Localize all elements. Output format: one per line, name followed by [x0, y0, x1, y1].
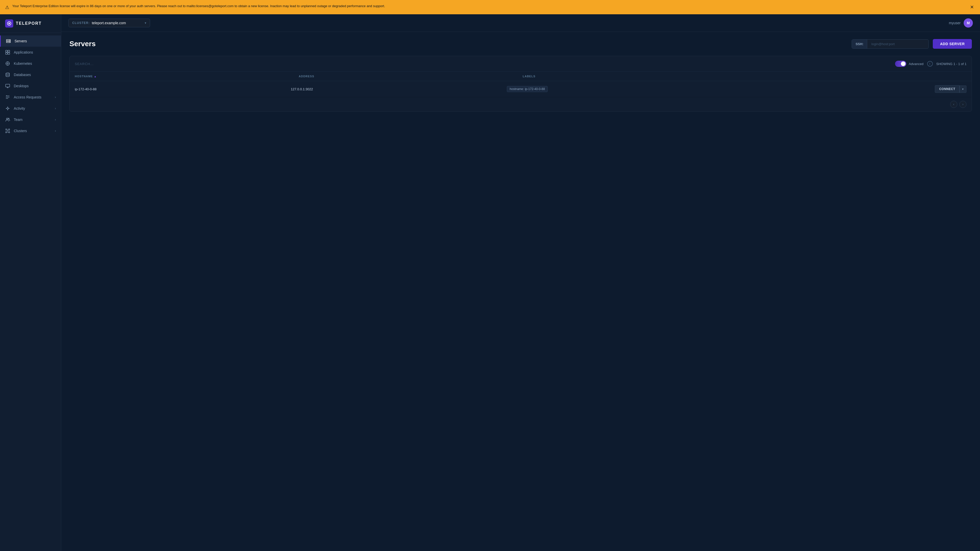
next-page-button[interactable]: ›	[959, 101, 966, 108]
logo-text: TELEPORT	[16, 21, 41, 26]
sidebar-item-databases[interactable]: Databases	[0, 69, 61, 80]
td-actions: CONNECT ▾	[935, 85, 966, 93]
logo: TELEPORT	[0, 14, 61, 33]
advanced-toggle-label: Advanced	[909, 62, 924, 66]
sidebar-item-activity[interactable]: Activity ›	[0, 103, 61, 114]
chevron-right-icon-team: ›	[55, 118, 56, 121]
cluster-label: CLUSTER:	[72, 21, 90, 25]
svg-rect-7	[8, 50, 10, 52]
th-address: ADDRESS	[299, 75, 519, 78]
svg-point-1	[8, 23, 10, 24]
connect-button-group: CONNECT ▾	[935, 85, 966, 93]
banner-content: ⚠ Your Teleport Enterprise Edition licen…	[5, 3, 969, 11]
sidebar-item-label-clusters: Clusters	[14, 129, 51, 133]
svg-point-31	[7, 130, 8, 131]
cluster-value: teleport.example.com	[92, 21, 143, 25]
cluster-selector[interactable]: CLUSTER: teleport.example.com ▾	[68, 19, 150, 27]
connect-dropdown-button[interactable]: ▾	[959, 86, 966, 93]
sidebar-item-label-applications: Applications	[14, 50, 56, 54]
clusters-icon	[5, 128, 10, 133]
svg-point-16	[6, 73, 10, 74]
team-icon	[5, 117, 10, 122]
sidebar-item-servers[interactable]: Servers	[0, 35, 61, 47]
sidebar-item-access-requests[interactable]: Access Requests ›	[0, 92, 61, 103]
svg-point-28	[9, 129, 10, 130]
page-title: Servers	[69, 40, 96, 48]
sidebar-item-desktops[interactable]: Desktops	[0, 80, 61, 92]
page-content: Servers SSH: ADD SERVER	[61, 32, 980, 551]
table-header: HOSTNAME ▲ ADDRESS LABELS	[70, 72, 972, 81]
data-table: HOSTNAME ▲ ADDRESS LABELS ip-1	[70, 72, 972, 97]
sidebar-item-label-activity: Activity	[14, 106, 51, 110]
banner-message: Your Teleport Enterprise Edition license…	[12, 3, 385, 9]
td-labels: hostname: ip-172-40-0-88	[507, 86, 931, 92]
advanced-toggle-area: Advanced	[895, 61, 924, 67]
databases-icon	[5, 72, 10, 77]
toggle-knob	[901, 62, 905, 66]
sort-icon: ▲	[94, 75, 97, 78]
sidebar-item-team[interactable]: Team ›	[0, 114, 61, 125]
page-actions: SSH: ADD SERVER	[852, 39, 972, 49]
sidebar-item-kubernetes[interactable]: Kubernetes	[0, 58, 61, 69]
label-badge: hostname: ip-172-40-0-88	[507, 86, 548, 92]
cluster-chevron-icon: ▾	[145, 21, 146, 25]
sidebar-item-label-team: Team	[14, 118, 51, 122]
warning-icon: ⚠	[5, 4, 9, 11]
chevron-right-icon-activity: ›	[55, 106, 56, 110]
sidebar: TELEPORT Servers	[0, 14, 61, 551]
sidebar-item-applications[interactable]: Applications	[0, 47, 61, 58]
table-toolbar: Advanced i SHOWING 1 - 1 of 1	[70, 56, 972, 72]
showing-text: SHOWING 1 - 1 of 1	[936, 62, 966, 66]
th-hostname: HOSTNAME ▲	[75, 75, 295, 78]
advanced-toggle[interactable]	[895, 61, 906, 67]
chevron-right-icon-clusters: ›	[55, 129, 56, 133]
kubernetes-icon	[5, 61, 10, 66]
search-input[interactable]	[75, 61, 891, 67]
connect-main-button[interactable]: CONNECT	[935, 85, 959, 93]
td-hostname: ip-172-40-0-88	[75, 87, 287, 91]
table-footer: ‹ ›	[70, 97, 972, 111]
applications-icon	[5, 50, 10, 55]
chevron-right-icon: ›	[55, 95, 56, 99]
desktops-icon	[5, 83, 10, 89]
table-row: ip-172-40-0-88 127.0.0.1:3022 hostname: …	[70, 81, 972, 97]
sidebar-item-label-servers: Servers	[14, 39, 56, 43]
prev-page-button[interactable]: ‹	[950, 101, 957, 108]
svg-point-4	[10, 40, 10, 41]
sidebar-item-label-desktops: Desktops	[14, 84, 56, 88]
svg-point-11	[7, 63, 8, 64]
user-area: myuser M	[949, 18, 973, 27]
svg-point-26	[8, 118, 9, 119]
td-address: 127.0.0.1:3022	[291, 87, 503, 91]
svg-point-30	[9, 132, 10, 133]
activity-icon	[5, 106, 10, 111]
svg-rect-6	[6, 50, 7, 52]
th-labels: LABELS	[523, 75, 963, 78]
svg-point-27	[6, 129, 6, 130]
svg-point-5	[10, 42, 10, 42]
svg-point-29	[6, 132, 6, 133]
app-layout: TELEPORT Servers	[0, 14, 980, 551]
ssh-label: SSH:	[852, 40, 867, 48]
svg-point-25	[6, 118, 8, 120]
svg-rect-9	[8, 52, 10, 54]
servers-icon	[6, 38, 11, 44]
main-content: CLUSTER: teleport.example.com ▾ myuser M…	[61, 14, 980, 551]
logo-icon	[5, 19, 13, 27]
user-avatar[interactable]: M	[964, 18, 973, 27]
ssh-input-group: SSH:	[852, 39, 929, 49]
sidebar-item-label-kubernetes: Kubernetes	[14, 62, 56, 65]
add-server-button[interactable]: ADD SERVER	[933, 39, 972, 49]
topbar: CLUSTER: teleport.example.com ▾ myuser M	[61, 14, 980, 32]
info-icon[interactable]: i	[927, 61, 933, 67]
svg-rect-8	[6, 52, 7, 54]
ssh-input[interactable]	[867, 40, 928, 48]
sidebar-item-label-access-requests: Access Requests	[14, 95, 51, 99]
svg-rect-17	[6, 84, 10, 87]
page-header: Servers SSH: ADD SERVER	[69, 39, 972, 49]
license-banner: ⚠ Your Teleport Enterprise Edition licen…	[0, 0, 980, 14]
username-label: myuser	[949, 21, 961, 25]
banner-close-button[interactable]: ✕	[969, 4, 975, 10]
sidebar-item-clusters[interactable]: Clusters ›	[0, 125, 61, 137]
sidebar-item-label-databases: Databases	[14, 73, 56, 77]
